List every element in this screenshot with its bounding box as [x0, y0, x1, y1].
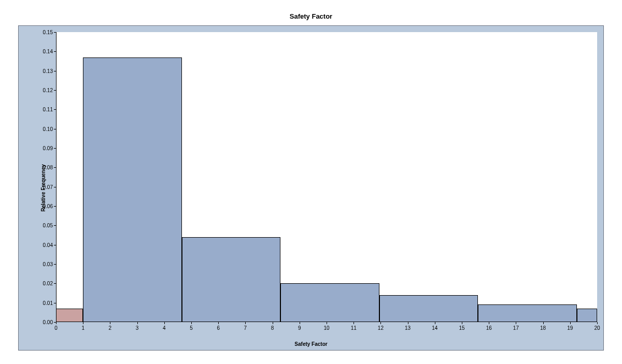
y-tick-label: 0.15	[43, 30, 53, 35]
x-tick-label: 10	[323, 325, 329, 331]
histogram-bar	[280, 283, 379, 322]
histogram-bar	[182, 237, 281, 322]
x-tick-label: 11	[351, 325, 357, 331]
x-tick-label: 12	[378, 325, 384, 331]
y-axis-line	[56, 32, 56, 322]
y-tick-label: 0.08	[43, 165, 53, 170]
x-tick-label: 16	[486, 325, 492, 331]
y-tick-label: 0.02	[43, 281, 53, 286]
histogram-bar	[56, 309, 83, 322]
chart-title: Safety Factor	[290, 12, 332, 20]
chart-frame: Relative Frequency Safety Factor 0.000.0…	[18, 25, 604, 351]
x-tick-label: 2	[109, 325, 112, 331]
x-tick-label: 3	[136, 325, 139, 331]
y-tick-label: 0.00	[43, 319, 53, 325]
x-tick-label: 4	[163, 325, 166, 331]
histogram-bar	[478, 304, 577, 322]
y-tick-label: 0.10	[43, 126, 53, 132]
y-tick-label: 0.06	[43, 203, 53, 209]
y-tick-label: 0.09	[43, 145, 53, 151]
histogram-bar	[83, 57, 182, 322]
x-tick-label: 7	[244, 325, 247, 331]
x-tick-label: 18	[540, 325, 546, 331]
histogram-bar	[379, 295, 478, 322]
chart-container: Safety Factor Relative Frequency Safety …	[0, 0, 622, 364]
x-tick-label: 13	[405, 325, 411, 331]
y-tick-label: 0.07	[43, 184, 53, 190]
y-tick-label: 0.11	[43, 107, 53, 112]
plot-area: 0.000.010.020.030.040.050.060.070.080.09…	[56, 32, 597, 322]
x-tick-label: 8	[271, 325, 274, 331]
x-tick-label: 15	[459, 325, 464, 331]
x-tick-label: 20	[594, 325, 600, 331]
y-tick-label: 0.14	[43, 49, 53, 54]
x-tick-label: 6	[217, 325, 220, 331]
x-axis-label: Safety Factor	[294, 341, 327, 347]
x-tick-label: 14	[432, 325, 437, 331]
y-tick-label: 0.12	[43, 88, 53, 93]
histogram-bar	[577, 309, 597, 322]
x-tick-label: 1	[81, 325, 84, 331]
y-tick-label: 0.05	[43, 223, 53, 228]
y-tick-label: 0.04	[43, 242, 53, 247]
x-tick-label: 0	[54, 325, 58, 331]
y-tick-label: 0.01	[43, 300, 53, 305]
x-tick-label: 19	[567, 325, 573, 331]
x-tick-label: 9	[298, 325, 301, 331]
y-tick-label: 0.13	[43, 68, 53, 74]
y-tick-label: 0.03	[43, 261, 53, 267]
x-tick-label: 5	[190, 325, 193, 331]
x-tick-label: 17	[513, 325, 519, 331]
